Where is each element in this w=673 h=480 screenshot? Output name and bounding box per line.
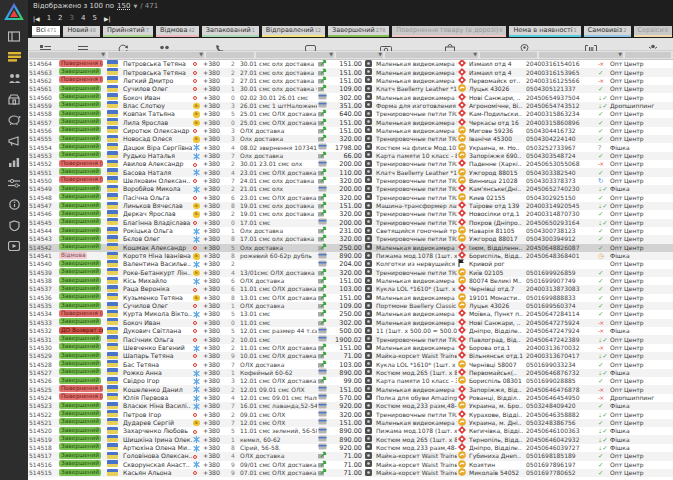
ttn-number[interactable]: 0501699560374: [525, 302, 597, 310]
table-row[interactable]: 514521 Завершений Дударев Сергій lk +380…: [28, 419, 673, 427]
table-row[interactable]: 514555 Завершений Новосад Олеся lk +380 …: [28, 135, 673, 143]
ttn-number[interactable]: 0501699888833: [525, 294, 597, 302]
table-row[interactable]: 514530 Завершений Шевченко Евгений +380 …: [28, 344, 673, 352]
page-number[interactable]: 2: [58, 14, 62, 22]
status-badge[interactable]: Завершений: [58, 469, 106, 478]
tab-Відправлений[interactable]: Відправлений12: [262, 26, 325, 37]
ttn-number[interactable]: 20450654743512: [525, 102, 597, 110]
ttn-number[interactable]: 0504304224140: [525, 135, 597, 143]
ttn-number[interactable]: 0504305121337: [525, 85, 597, 93]
last-page-button[interactable]: ▶|: [104, 15, 111, 22]
table-row[interactable]: 514561 Завершений Сучилов Олег +380 1 30…: [28, 85, 673, 93]
ttn-number[interactable]: 0504304416732: [525, 127, 597, 135]
ttn-number[interactable]: 20400315860896: [525, 119, 597, 127]
table-row[interactable]: 514532 ДО Возврат ск.. Дукович Світлана …: [28, 327, 673, 335]
tab-Відмова[interactable]: Відмова42: [156, 26, 199, 37]
table-row[interactable]: 514515 Завершений Касьян Альона +380 9 0…: [28, 469, 673, 477]
ttn-number[interactable]: 0501697896197: [525, 461, 597, 469]
page-number[interactable]: 3: [70, 14, 74, 22]
chevron-down-icon[interactable]: ▼: [618, 51, 622, 57]
ttn-number[interactable]: 0504303378373: [525, 177, 597, 185]
tab-Завершений[interactable]: Завершений278: [328, 26, 389, 37]
ttn-number[interactable]: 0501698185189: [525, 452, 597, 460]
records-range-value[interactable]: 150: [117, 2, 130, 10]
ttn-number[interactable]: 20450647275924: [525, 319, 597, 327]
table-row[interactable]: 514540 Завершений Валентина Василье.. +3…: [28, 260, 673, 268]
ttn-number[interactable]: 20400315863234: [525, 110, 597, 118]
sidebar-orders-icon[interactable]: [7, 51, 21, 63]
chevron-down-icon[interactable]: ▼: [133, 3, 137, 9]
sidebar-shop-icon[interactable]: [7, 93, 21, 105]
sidebar-stats-icon[interactable]: [7, 156, 21, 168]
chevron-down-icon[interactable]: ▼: [473, 51, 477, 57]
ttn-number[interactable]: 0503248409420: [525, 402, 597, 410]
sidebar-settings-icon[interactable]: [7, 177, 21, 189]
ttn-number[interactable]: 0501699926859: [525, 269, 597, 277]
ttn-number[interactable]: 0504302925150: [525, 194, 597, 202]
table-row[interactable]: 514544 Завершений Рокіцька Ольга +380 1 …: [28, 227, 673, 235]
app-logo-icon[interactable]: [3, 2, 25, 24]
table-row[interactable]: 514525 Повернення (з.. Кошеленко Данил +…: [28, 385, 673, 393]
ttn-number[interactable]: 20450650293164: [525, 219, 597, 227]
sidebar-info-icon[interactable]: [7, 198, 21, 210]
page-number[interactable]: 4: [81, 14, 85, 22]
filter-input[interactable]: ▼: [539, 52, 623, 58]
ttn-number[interactable]: 20450652740230: [525, 185, 597, 193]
filter-input[interactable]: [206, 52, 254, 58]
table-row[interactable]: 514518 Завершений Артюхіна Олена Ми.. +3…: [28, 444, 673, 452]
filter-input[interactable]: [480, 52, 537, 58]
table-row[interactable]: 514517 Завершений Головінова Олексан.. +…: [28, 452, 673, 460]
ttn-number[interactable]: 20450647284114: [525, 310, 597, 318]
ttn-number[interactable]: 0504303382540: [525, 169, 597, 177]
chevron-down-icon[interactable]: ▼: [101, 51, 105, 57]
ttn-number[interactable]: 20400316125566: [525, 77, 597, 85]
table-row[interactable]: 514549 Завершений Воробйов Микола +380 2…: [28, 185, 673, 193]
table-row[interactable]: 514550 Повернення (з.. Шелковин Олексан.…: [28, 177, 673, 185]
table-row[interactable]: 514520 Завершений Захарченко Любовь +380…: [28, 427, 673, 435]
sidebar-dashboard-icon[interactable]: [7, 30, 21, 42]
ttn-number[interactable]: 20450654937504: [525, 94, 597, 102]
ttn-number[interactable]: 0504300394912: [525, 235, 597, 243]
table-row[interactable]: 514564 Повернення (з.. Петровська Тетяна…: [28, 60, 673, 68]
filter-input[interactable]: ▼: [29, 52, 106, 58]
ttn-number[interactable]: 20450647247924: [525, 327, 597, 335]
table-row[interactable]: 514519 Завершений Шишкіна Ірина Олек.. +…: [28, 435, 673, 443]
sidebar-support-icon[interactable]: [7, 219, 21, 231]
table-row[interactable]: 514526 Завершений Свідро Ігор +380 3 12.…: [28, 377, 673, 385]
ttn-number[interactable]: 0503252733967: [525, 144, 597, 152]
ttn-number[interactable]: 20450646358882: [525, 411, 597, 419]
chevron-down-icon[interactable]: ▼: [199, 51, 203, 57]
table-row[interactable]: 514522 Завершений Петров Ігор +380 2 09.…: [28, 410, 673, 418]
first-page-button[interactable]: |◀: [33, 15, 40, 22]
table-row[interactable]: 514524 Повернення (з.. Юлія Первова +380…: [28, 394, 673, 402]
table-row[interactable]: 514562 Повернення (з.. Легкий Дмитро +38…: [28, 77, 673, 85]
filter-input[interactable]: ▼: [108, 52, 204, 58]
table-row[interactable]: 514543 Завершений Бєлов Олег +380 8 17.0…: [28, 235, 673, 243]
ttn-number[interactable]: 20450648368401: [525, 252, 597, 260]
ttn-number[interactable]: 20450646454950: [525, 394, 597, 402]
table-row[interactable]: 514535 Завершений Сучилов Олег +380 1 ОЛ…: [28, 302, 673, 310]
table-row[interactable]: 514551 Завершений Басова Наталя +380 4 2…: [28, 168, 673, 176]
ttn-number[interactable]: 0501699033234: [525, 361, 597, 369]
ttn-number[interactable]: 0504303548724: [525, 152, 597, 160]
table-row[interactable]: 514523 Завершений Власюк Ніна Василі.. +…: [28, 402, 673, 410]
table-row[interactable]: 514528 Завершений Бас Тетяна +380 7 ОЛХ …: [28, 360, 673, 368]
ttn-number[interactable]: 20450646042932: [525, 436, 597, 444]
table-row[interactable]: 514552 Повернення (з.. Авилов Александр …: [28, 160, 673, 168]
table-row[interactable]: 514534 Повернення (з.. Курта Микола Вікт…: [28, 310, 673, 318]
table-row[interactable]: 514537 Завершений Раца Вероніка +380 6 1…: [28, 285, 673, 293]
table-row[interactable]: 514536 Завершений Кузьменко Тетяна lk +3…: [28, 294, 673, 302]
filter-input[interactable]: [625, 52, 671, 58]
table-row[interactable]: 514559 Завершений Влас Слотюу lk +380 3 …: [28, 102, 673, 110]
ttn-number[interactable]: 20400313873083: [525, 285, 597, 293]
tab-Самовивіз[interactable]: Самовивіз2: [584, 26, 631, 37]
table-row[interactable]: 514529 Завершений Шапарь Тетяна +380 9 1…: [28, 352, 673, 360]
tab-Всі[interactable]: Всі471: [32, 26, 60, 37]
ttn-number[interactable]: 20450646876732: [525, 369, 597, 377]
ttn-number[interactable]: 20450646476878: [525, 386, 597, 394]
filter-input[interactable]: ▼: [336, 52, 383, 58]
table-row[interactable]: 514560 Завершений Бокоч Иван +380 0 02.0…: [28, 93, 673, 101]
table-row[interactable]: 514538 Завершений Кісь Михайло +380 6 ОЛ…: [28, 277, 673, 285]
table-row[interactable]: 514547 Завершений Линьков Вячеслав lk +3…: [28, 202, 673, 210]
table-row[interactable]: 514554 Завершений Дацюк Віра Сергіївна +…: [28, 143, 673, 151]
